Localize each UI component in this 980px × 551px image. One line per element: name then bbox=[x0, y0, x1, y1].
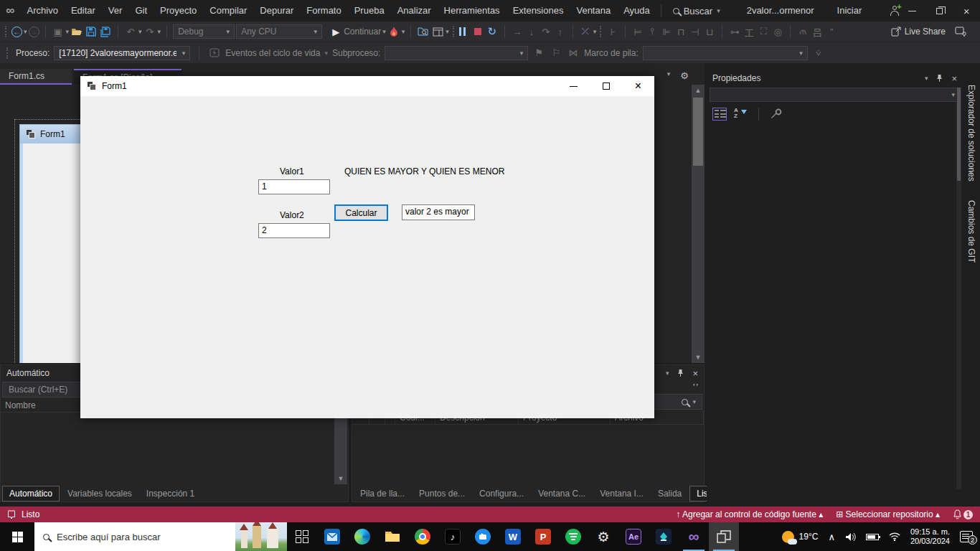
save-all-icon[interactable] bbox=[99, 25, 112, 38]
find-in-files-icon[interactable] bbox=[417, 25, 430, 38]
volume-icon[interactable] bbox=[845, 532, 856, 542]
hot-reload-icon[interactable] bbox=[387, 25, 400, 38]
form-close-button[interactable]: × bbox=[622, 76, 654, 96]
continue-label[interactable]: Continuar bbox=[344, 27, 381, 37]
after-effects-app-icon[interactable]: Ae bbox=[618, 522, 649, 551]
properties-title[interactable]: Propiedades ▾ × bbox=[707, 70, 963, 86]
file-explorer-icon[interactable] bbox=[377, 522, 407, 551]
valor2-textbox[interactable]: 2 bbox=[258, 223, 330, 238]
chevron-down-icon[interactable]: ▾ bbox=[66, 28, 70, 35]
tab-salida[interactable]: Salida bbox=[651, 486, 688, 501]
process-dropdown[interactable]: [17120] 2valoresmayormenor.exe▾ bbox=[54, 46, 190, 60]
pause-icon[interactable] bbox=[459, 27, 466, 36]
properties-scrollbar[interactable] bbox=[956, 88, 961, 489]
close-button[interactable]: × bbox=[953, 0, 980, 22]
live-share-label[interactable]: Live Share bbox=[905, 27, 946, 37]
powerpoint-app-icon[interactable]: P bbox=[528, 522, 558, 551]
object-selector-dropdown[interactable]: ▾ bbox=[710, 88, 960, 102]
scrollbar-thumb[interactable] bbox=[957, 88, 961, 181]
navigate-back-icon[interactable]: ← bbox=[11, 27, 22, 37]
result-textbox[interactable]: valor 2 es mayor bbox=[402, 204, 475, 220]
solution-platform-dropdown[interactable]: Any CPU▾ bbox=[236, 24, 322, 39]
tab-ventana-comandos[interactable]: Ventana C... bbox=[532, 486, 592, 501]
feedback-icon[interactable] bbox=[954, 25, 967, 38]
stackframe-dropdown[interactable]: ▾ bbox=[643, 46, 808, 60]
taskbar-search-box[interactable]: Escribe aquí para buscar bbox=[34, 522, 287, 551]
add-account-icon[interactable]: + bbox=[889, 5, 898, 17]
settings-gear-icon[interactable]: ⚙ bbox=[588, 522, 618, 551]
toolbar-options-icon[interactable]: ⩒ bbox=[812, 47, 825, 60]
search-highlight-image[interactable] bbox=[235, 522, 287, 551]
mail-app-icon[interactable] bbox=[317, 522, 347, 551]
tab-list-icon[interactable]: ▾ bbox=[667, 70, 671, 81]
restart-icon[interactable]: ↻ bbox=[486, 25, 499, 38]
scroll-down-icon[interactable]: ▼ bbox=[692, 352, 705, 363]
subprocess-dropdown[interactable]: ▾ bbox=[385, 46, 528, 60]
action-center-icon[interactable]: 2 bbox=[960, 531, 973, 542]
menu-proyecto[interactable]: Proyecto bbox=[154, 0, 203, 22]
menu-extensiones[interactable]: Extensiones bbox=[507, 0, 570, 22]
menu-ver[interactable]: Ver bbox=[102, 0, 129, 22]
phone-link-app-icon[interactable] bbox=[649, 522, 679, 551]
redo-icon[interactable]: ↷ bbox=[143, 25, 156, 38]
tab-pila-de-llamadas[interactable]: Pila de lla... bbox=[354, 486, 411, 501]
menu-ayuda[interactable]: Ayuda bbox=[617, 0, 656, 22]
minimize-button[interactable] bbox=[899, 0, 926, 22]
form1-running-app-icon[interactable] bbox=[709, 522, 739, 551]
open-file-icon[interactable] bbox=[70, 25, 83, 38]
tab-variables-locales[interactable]: Variables locales bbox=[61, 486, 138, 501]
notifications-bell[interactable]: 1 bbox=[953, 509, 973, 519]
scroll-down-icon[interactable]: ▼ bbox=[334, 473, 347, 484]
continue-icon[interactable]: ▶ bbox=[329, 25, 342, 38]
menu-herramientas[interactable]: Herramientas bbox=[438, 0, 507, 22]
form-minimize-button[interactable] bbox=[557, 76, 590, 96]
messenger-app-icon[interactable] bbox=[468, 522, 498, 551]
tab-configuracion[interactable]: Configura... bbox=[473, 486, 530, 501]
add-source-control-button[interactable]: ↑ Agregar al control de código fuente ▴ bbox=[676, 509, 823, 519]
wifi-icon[interactable] bbox=[889, 532, 900, 541]
save-icon[interactable] bbox=[85, 25, 98, 38]
valor1-textbox[interactable]: 1 bbox=[258, 179, 330, 194]
flag-outline-icon[interactable]: ⚐ bbox=[550, 47, 562, 60]
undo-icon[interactable]: ↶ bbox=[124, 25, 137, 38]
tab-automatico[interactable]: Automático bbox=[2, 486, 60, 501]
battery-icon[interactable] bbox=[866, 534, 879, 540]
weather-widget[interactable]: 19°C bbox=[782, 531, 819, 543]
flag-icon[interactable]: ⚑ bbox=[532, 47, 545, 60]
editor-vertical-scrollbar[interactable]: ▲ ▼ bbox=[692, 85, 705, 363]
toolbar-overflow-icon[interactable]: ” bbox=[825, 25, 838, 38]
close-panel-icon[interactable]: × bbox=[951, 73, 957, 84]
document-options-gear-icon[interactable]: ⚙ bbox=[680, 70, 689, 81]
scrollbar-thumb[interactable] bbox=[693, 98, 703, 166]
categorized-icon[interactable] bbox=[712, 108, 727, 121]
toolbar-grip[interactable] bbox=[5, 26, 8, 37]
menu-ventana[interactable]: Ventana bbox=[570, 0, 617, 22]
menu-prueba[interactable]: Prueba bbox=[348, 0, 391, 22]
scroll-up-icon[interactable]: ▲ bbox=[692, 85, 705, 96]
vs-search[interactable]: Buscar ▾ bbox=[666, 6, 727, 17]
property-pages-wrench-icon[interactable] bbox=[771, 108, 782, 120]
tab-cambios-de-git[interactable]: Cambios de GIT bbox=[966, 200, 976, 263]
chrome-app-icon[interactable] bbox=[407, 522, 438, 551]
form1-app-window[interactable]: Form1 × Valor1 1 QUIEN ES MAYOR Y QUIEN … bbox=[80, 76, 654, 418]
form1-titlebar[interactable]: Form1 × bbox=[80, 76, 654, 96]
stop-icon[interactable] bbox=[471, 25, 484, 38]
restore-button[interactable] bbox=[925, 0, 953, 22]
menu-archivo[interactable]: Archivo bbox=[21, 0, 65, 22]
menu-compilar[interactable]: Compilar bbox=[203, 0, 253, 22]
solution-configuration-dropdown[interactable]: Debug▾ bbox=[173, 24, 235, 39]
menu-analizar[interactable]: Analizar bbox=[391, 0, 438, 22]
tiktok-app-icon[interactable]: ♪ bbox=[438, 522, 468, 551]
tab-explorador-de-soluciones[interactable]: Explorador de soluciones bbox=[966, 85, 976, 182]
chevron-down-icon[interactable]: ▾ bbox=[24, 28, 27, 35]
start-button[interactable] bbox=[0, 522, 34, 551]
tab-form1-cs[interactable]: Form1.cs bbox=[0, 69, 72, 85]
new-project-icon[interactable]: ▣ bbox=[52, 25, 65, 38]
window-position-icon[interactable]: ▾ bbox=[666, 369, 669, 377]
edge-app-icon[interactable] bbox=[347, 522, 377, 551]
spotify-app-icon[interactable] bbox=[558, 522, 588, 551]
word-app-icon[interactable]: W bbox=[498, 522, 528, 551]
sign-in-link[interactable]: Iniciar sesión bbox=[831, 0, 890, 22]
menu-formato[interactable]: Formato bbox=[300, 0, 347, 22]
pin-icon[interactable] bbox=[677, 369, 684, 377]
